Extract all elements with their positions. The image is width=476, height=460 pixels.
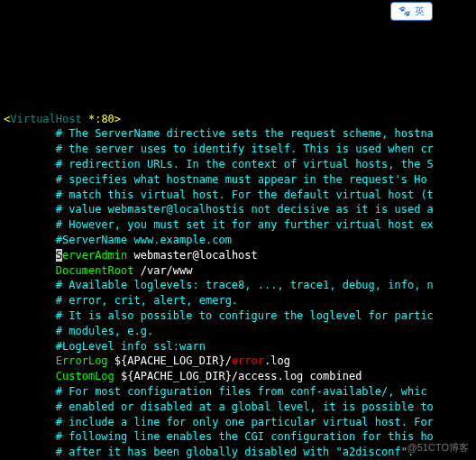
config-text: <VirtualHost *:80> # The ServerName dire… [0,106,476,460]
ime-indicator[interactable]: 🐾英 [390,15,433,22]
paw-icon: 🐾 [398,15,411,16]
watermark: @51CTO博客 [407,441,469,455]
cursor: S [56,249,62,262]
